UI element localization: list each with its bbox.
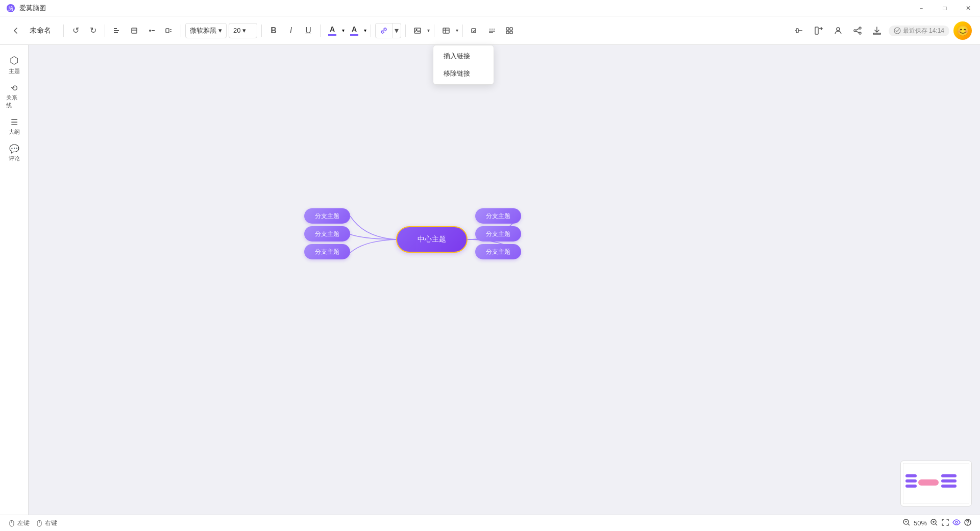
avatar[interactable]: 😊: [953, 21, 972, 40]
font-color-letter: A: [330, 25, 335, 33]
zoom-out-button[interactable]: [902, 518, 911, 528]
sidebar-item-outline[interactable]: ☰ 大纲: [2, 114, 27, 139]
image-button[interactable]: [410, 23, 425, 38]
export-button[interactable]: [869, 23, 885, 38]
link-main-button[interactable]: [376, 23, 392, 38]
right-toolbar: 最近保存 14:14 😊: [783, 16, 980, 45]
svg-rect-32: [905, 474, 917, 477]
table-arrow[interactable]: ▾: [456, 28, 458, 33]
separator-3: [181, 25, 181, 37]
svg-text:脑: 脑: [8, 6, 13, 11]
help-button[interactable]: [964, 518, 972, 528]
minimap-svg: [903, 463, 969, 504]
svg-rect-16: [506, 28, 509, 30]
bold-button[interactable]: B: [266, 23, 281, 38]
more-button-1[interactable]: [484, 23, 500, 38]
link-button-group: ▾: [375, 23, 401, 38]
redo-button[interactable]: ↻: [85, 23, 101, 38]
left-click-indicator: 左键: [8, 519, 30, 527]
image-arrow[interactable]: ▾: [427, 28, 430, 33]
svg-rect-3: [114, 30, 119, 31]
svg-point-15: [494, 29, 495, 30]
branch-node-left-2[interactable]: 分支主题: [304, 226, 350, 242]
svg-rect-17: [510, 28, 512, 30]
fit-screen-button[interactable]: [941, 518, 949, 528]
back-button[interactable]: [8, 23, 23, 38]
branch-node-right-3-text: 分支主题: [486, 248, 510, 256]
zoom-controls: 50%: [902, 518, 972, 528]
svg-rect-4: [114, 32, 118, 33]
highlight-color-arrow[interactable]: ▾: [364, 28, 366, 33]
more-button-2[interactable]: [502, 23, 517, 38]
svg-point-22: [837, 28, 840, 31]
font-size-selector[interactable]: 20 ▾: [229, 23, 257, 38]
branch-node-right-3[interactable]: 分支主题: [475, 244, 521, 259]
theme-icon: ⬡: [10, 54, 18, 66]
branch-node-right-2[interactable]: 分支主题: [475, 226, 521, 242]
separator-5: [320, 25, 321, 37]
font-family-selector[interactable]: 微软雅黑 ▾: [185, 23, 227, 38]
branch-node-left-2-text: 分支主题: [315, 230, 339, 238]
close-button[interactable]: ✕: [957, 0, 980, 16]
svg-rect-11: [443, 28, 449, 33]
sidebar-item-comment[interactable]: 💬 评论: [2, 141, 27, 165]
svg-point-14: [492, 29, 493, 30]
svg-rect-28: [941, 479, 957, 482]
restore-button[interactable]: □: [933, 0, 957, 16]
font-size-arrow: ▾: [242, 27, 246, 34]
doc-name[interactable]: 未命名: [26, 26, 55, 35]
branch-node-left-3-text: 分支主题: [315, 248, 339, 256]
link-share-button[interactable]: [850, 23, 865, 38]
svg-point-13: [489, 29, 491, 30]
undo-button[interactable]: ↺: [68, 23, 83, 38]
svg-point-24: [854, 30, 856, 32]
highlight-color-bar: [350, 34, 358, 36]
format-button-2[interactable]: [127, 23, 142, 38]
minimize-button[interactable]: －: [910, 0, 933, 16]
font-family-arrow: ▾: [218, 27, 222, 34]
user-button[interactable]: [830, 23, 846, 38]
svg-line-41: [936, 523, 938, 525]
separator-2: [105, 25, 105, 37]
center-node[interactable]: 中心主题: [396, 226, 468, 253]
zoom-in-button[interactable]: [930, 518, 938, 528]
link-dropdown-arrow[interactable]: ▾: [392, 23, 401, 38]
separator-7: [405, 25, 406, 37]
highlight-color-button[interactable]: A: [347, 23, 362, 38]
remove-link-item[interactable]: 移除链接: [433, 65, 494, 82]
eye-button[interactable]: [952, 518, 961, 528]
sidebar-item-relation[interactable]: ⟲ 关系线: [2, 80, 27, 112]
canvas-area[interactable]: 中心主题 分支主题 分支主题 分支主题 分支主题 分支主题 分支主题: [29, 45, 980, 515]
svg-rect-8: [166, 29, 169, 33]
separator-6: [371, 25, 371, 37]
italic-button[interactable]: I: [283, 23, 299, 38]
zoom-level: 50%: [914, 519, 927, 527]
separator-1: [63, 25, 64, 37]
svg-rect-2: [114, 28, 117, 29]
format-button-4[interactable]: [161, 23, 177, 38]
svg-rect-31: [905, 479, 917, 482]
svg-point-44: [955, 521, 958, 523]
bottom-bar: 左键 右键 50%: [0, 515, 980, 531]
branch-node-left-1[interactable]: 分支主题: [304, 208, 350, 224]
sidebar-item-theme[interactable]: ⬡ 主题: [2, 51, 27, 78]
comment-icon: 💬: [9, 144, 19, 154]
checkbox-button[interactable]: [467, 23, 482, 38]
format-button-3[interactable]: [144, 23, 159, 38]
font-color-arrow[interactable]: ▾: [342, 28, 345, 33]
insert-link-item[interactable]: 插入链接: [433, 47, 494, 65]
branch-node-right-1[interactable]: 分支主题: [475, 208, 521, 224]
settings-button[interactable]: [792, 23, 807, 38]
branch-node-left-3[interactable]: 分支主题: [304, 244, 350, 259]
table-button[interactable]: [438, 23, 454, 38]
svg-rect-29: [941, 485, 957, 488]
font-color-button[interactable]: A: [325, 23, 340, 38]
center-node-text: 中心主题: [418, 235, 446, 244]
format-button-1[interactable]: [109, 23, 125, 38]
left-click-label: 左键: [17, 519, 30, 527]
underline-button[interactable]: U: [301, 23, 316, 38]
left-sidebar: ⬡ 主题 ⟲ 关系线 ☰ 大纲 💬 评论: [0, 45, 29, 515]
share-button[interactable]: [811, 23, 826, 38]
window-controls: － □ ✕: [910, 0, 980, 16]
save-time: 最近保存 14:14: [903, 27, 944, 35]
